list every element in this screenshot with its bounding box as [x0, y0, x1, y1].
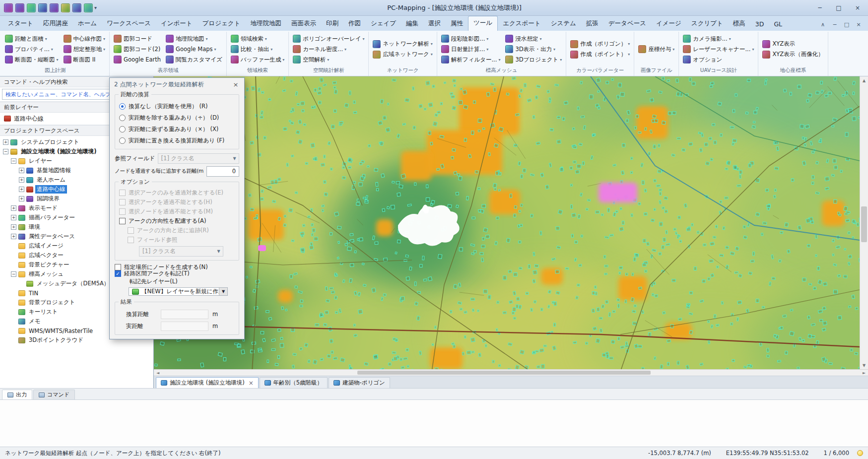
settings-gear-icon[interactable] — [72, 3, 81, 12]
ribbon-button[interactable]: 日射量計算...▾ — [439, 44, 503, 54]
ribbon-button[interactable]: 図郭コード — [112, 34, 163, 44]
ribbon-button[interactable]: 比較・抽出▾ — [229, 44, 287, 54]
menu-tab-15[interactable]: エクスポート — [498, 17, 545, 31]
ribbon-button[interactable]: 中心線作図▾ — [62, 34, 108, 44]
ribbon-button[interactable]: XYZ表示（画像化） — [760, 50, 825, 60]
menu-tab-2[interactable]: ホーム — [73, 17, 102, 31]
node-distance-input[interactable]: 0 — [206, 166, 239, 177]
output-tab-0[interactable]: 出力 — [2, 390, 32, 399]
close-tab-icon[interactable]: × — [249, 380, 254, 387]
menu-tab-20[interactable]: スクリプト — [686, 17, 728, 31]
mesh-tools-icon[interactable] — [84, 3, 93, 12]
radio-button[interactable] — [119, 115, 126, 121]
scroll-up-icon[interactable]: ▲ — [860, 76, 868, 84]
collapse-icon[interactable]: − — [11, 271, 16, 277]
ribbon-button[interactable]: レーザースキャナー...▾ — [681, 44, 756, 54]
output-tab-1[interactable]: コマンド — [33, 390, 75, 399]
menu-tab-5[interactable]: プロジェクト — [198, 17, 246, 31]
radio-option[interactable]: 実距離に乗ずる重みあり（×） (X) — [119, 124, 235, 135]
ribbon-button[interactable]: 地理院地図▾ — [164, 34, 224, 44]
collapse-icon[interactable]: − — [11, 158, 16, 164]
menu-tab-1[interactable]: 応用講座 — [38, 17, 73, 31]
create-node-option[interactable]: 指定場所にノードを生成する(N) — [115, 264, 239, 270]
menu-tab-22[interactable]: 3D — [750, 18, 769, 31]
scroll-right-icon[interactable]: ► — [860, 370, 868, 376]
radio-option[interactable]: 実距離を除する重みあり（÷） (D) — [119, 112, 235, 124]
menu-tab-9[interactable]: 作図 — [343, 17, 366, 31]
radio-button[interactable] — [119, 137, 126, 144]
create-node-checkbox[interactable] — [115, 264, 121, 270]
expand-icon[interactable]: + — [19, 177, 24, 183]
radio-option[interactable]: 換算なし（実距離を使用） (R) — [119, 101, 235, 112]
document-tab-1[interactable]: 年齢別（5歳階級） — [260, 377, 328, 388]
menu-tab-21[interactable]: 標高 — [728, 17, 750, 31]
menu-tab-18[interactable]: データベース — [603, 17, 651, 31]
ribbon-button[interactable]: 座標付与▾ — [636, 44, 676, 54]
open-project-icon[interactable] — [15, 3, 24, 12]
horizontal-scrollbar[interactable]: ◄ ► — [154, 369, 868, 376]
ribbon-button[interactable]: Google Earth — [112, 55, 163, 65]
ribbon-button[interactable]: 解析フィルター...▾ — [439, 55, 503, 65]
ribbon-collapse-icon[interactable]: ∧ — [818, 21, 827, 28]
ribbon-button[interactable]: XYZ表示 — [760, 39, 825, 49]
ribbon-button[interactable]: 閲覧カスタマイズ — [164, 55, 224, 65]
child-restore-icon[interactable]: □ — [842, 21, 851, 28]
import-icon[interactable] — [38, 3, 47, 12]
layer-list-icon[interactable] — [50, 3, 59, 12]
expand-icon[interactable]: + — [11, 205, 16, 211]
menu-tab-0[interactable]: スタート — [3, 17, 38, 31]
ribbon-button[interactable]: カーネル密度...▾ — [291, 44, 366, 54]
menu-tab-7[interactable]: 画面表示 — [286, 17, 321, 31]
ribbon-button[interactable]: 領域検索▾ — [229, 34, 287, 44]
ribbon-button[interactable]: 浸水想定▾ — [503, 34, 564, 44]
ribbon-button[interactable]: 段彩陰影図...▾ — [439, 34, 503, 44]
ribbon-button[interactable]: 作成（ポリゴン）▾ — [568, 39, 632, 49]
menu-tab-3[interactable]: ワークスペース — [102, 17, 156, 31]
minimize-button[interactable]: ─ — [810, 0, 829, 15]
menu-tab-19[interactable]: イメージ — [651, 17, 686, 31]
close-project-icon[interactable] — [27, 3, 36, 12]
expand-icon[interactable]: + — [19, 187, 24, 192]
horizontal-scroll-thumb[interactable] — [357, 371, 651, 375]
ribbon-button[interactable]: 広域ネットワーク▾ — [371, 50, 434, 60]
ribbon-button[interactable]: 3D表示・出力▾ — [503, 44, 564, 54]
expand-icon[interactable]: + — [11, 234, 16, 239]
transfer-arc-checkbox[interactable]: ✓ — [115, 270, 121, 277]
ribbon-button[interactable]: オプション — [681, 55, 756, 65]
document-tab-0[interactable]: 施設立地環境 (施設立地環境)× — [156, 377, 259, 388]
expand-icon[interactable]: + — [19, 168, 24, 173]
menu-tab-6[interactable]: 地理院地図 — [245, 17, 286, 31]
ribbon-button[interactable]: 空間解析▾ — [291, 55, 366, 65]
menu-tab-23[interactable]: GL — [769, 18, 787, 31]
close-button[interactable]: × — [848, 0, 867, 15]
menu-tab-11[interactable]: 編集 — [401, 17, 423, 31]
child-close-icon[interactable]: × — [854, 21, 863, 28]
dialog-titlebar[interactable]: 2 点間ネットワーク最短経路解析 × — [110, 78, 244, 91]
ribbon-button[interactable]: ネットワーク解析▾ — [371, 39, 434, 49]
menu-tab-13[interactable]: 属性 — [446, 17, 468, 31]
menu-tab-10[interactable]: シェイプ — [366, 17, 401, 31]
toolbar-customize-icon[interactable]: ▾ — [93, 5, 98, 10]
radio-button[interactable] — [119, 126, 126, 132]
checkbox-option[interactable]: アークの方向性を配慮する(A) — [119, 216, 235, 226]
collapse-icon[interactable]: − — [3, 149, 8, 154]
ribbon-button[interactable]: 断面図・縦断図▾ — [3, 55, 61, 65]
dialog-close-icon[interactable]: × — [228, 79, 243, 90]
expand-icon[interactable]: + — [3, 139, 8, 145]
ribbon-button[interactable]: プロパティ...▾ — [3, 44, 61, 54]
ribbon-button[interactable]: 作成（ポイント）▾ — [568, 50, 632, 60]
child-minimize-icon[interactable]: ─ — [830, 21, 839, 28]
ribbon-button[interactable]: Google Maps▾ — [164, 44, 224, 54]
ribbon-button[interactable]: 図郭コード(2) — [112, 44, 163, 54]
ribbon-button[interactable]: カメラ撮影...▾ — [681, 34, 756, 44]
ribbon-button[interactable]: バッファー生成▾ — [229, 55, 287, 65]
menu-tab-14[interactable]: ツール — [468, 16, 498, 31]
ribbon-button[interactable]: 想定整形地▾ — [62, 44, 108, 54]
radio-option[interactable]: 実距離に置き換える換算距離あり (F) — [119, 135, 235, 146]
ribbon-button[interactable]: 断面図 II — [62, 55, 108, 65]
scroll-down-icon[interactable]: ▼ — [860, 361, 868, 369]
expand-icon[interactable]: + — [11, 224, 16, 230]
map-canvas[interactable] — [154, 76, 860, 369]
scroll-left-icon[interactable]: ◄ — [154, 370, 162, 376]
transfer-layer-combo[interactable]: 【NEW】レイヤーを新規に作成 ▼ — [129, 287, 228, 296]
